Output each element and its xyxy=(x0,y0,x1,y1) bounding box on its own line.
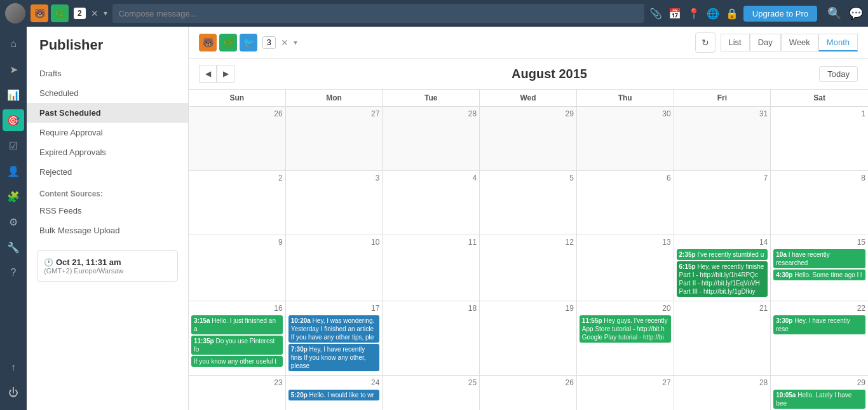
calendar-event[interactable]: 3:15a Hello. I just finished an a xyxy=(191,315,283,334)
sidebar-item-logout[interactable]: ⏻ xyxy=(3,382,24,404)
calendar-cell[interactable]: 163:15a Hello. I just finished an a11:35… xyxy=(189,301,286,375)
calendar-cell[interactable]: 19 xyxy=(480,301,577,375)
calendar-cell[interactable]: 28 xyxy=(674,376,771,410)
calendar-cell[interactable]: 3 xyxy=(286,171,383,235)
sidebar-item-drafts[interactable]: Drafts xyxy=(27,64,188,83)
view-list-button[interactable]: List xyxy=(721,34,750,51)
next-month-button[interactable]: ▶ xyxy=(217,65,234,83)
calendar-cell[interactable]: 12 xyxy=(480,235,577,301)
sidebar-item-upload[interactable]: ↑ xyxy=(3,357,24,378)
account-icon-2[interactable]: 🌿 xyxy=(51,4,69,22)
sidebar-item-contacts[interactable]: 👤 xyxy=(3,160,24,182)
calendar-cell[interactable]: 7 xyxy=(674,171,771,235)
calendar-cell[interactable]: 5 xyxy=(480,171,577,235)
sidebar-item-scheduled[interactable]: Scheduled xyxy=(27,83,188,103)
calendar-event[interactable]: 7:30p Hey, I have recently finis If you … xyxy=(288,344,380,371)
sidebar-item-home[interactable]: ⌂ xyxy=(3,33,24,55)
calendar-cell[interactable]: 27 xyxy=(577,376,674,410)
calendar-cell[interactable]: 23 xyxy=(189,376,286,410)
pub-chevron-icon[interactable]: ▾ xyxy=(294,38,297,47)
sidebar-item-integrations[interactable]: 🧩 xyxy=(3,186,24,207)
pub-icon-3[interactable]: 🐦 xyxy=(240,34,257,51)
calendar-cell[interactable]: 31 xyxy=(674,107,771,170)
sidebar-item-publisher[interactable]: 🎯 xyxy=(3,109,24,131)
accounts-chevron-icon[interactable]: ▾ xyxy=(104,9,107,18)
refresh-button[interactable]: ↻ xyxy=(695,32,715,53)
sidebar-title: Publisher xyxy=(27,37,188,64)
calendar-cell[interactable]: 245:20p Hello. I would like to wr xyxy=(286,376,383,410)
sidebar-item-rss[interactable]: RSS Feeds xyxy=(27,201,188,221)
calendar-event[interactable]: 11:55p Hey guys. I've recently App Store… xyxy=(580,315,671,343)
calendar-cell[interactable]: 18 xyxy=(383,301,480,375)
today-button[interactable]: Today xyxy=(819,66,858,82)
calendar-cell[interactable]: 8 xyxy=(771,171,868,235)
sidebar-item-send[interactable]: ➤ xyxy=(3,58,24,80)
calendar-cell[interactable]: 2910:05a Hello. Lately I have bee xyxy=(771,376,868,410)
calendar-cell[interactable]: 2 xyxy=(189,171,286,235)
calendar-cell[interactable]: 2011:55p Hey guys. I've recently App Sto… xyxy=(577,301,674,375)
close-accounts-button[interactable]: ✕ xyxy=(91,8,98,18)
view-month-button[interactable]: Month xyxy=(818,34,858,51)
calendar-event[interactable]: 4:30p Hello. Some time ago I l xyxy=(773,270,865,280)
calendar-cell[interactable]: 9 xyxy=(189,235,286,301)
clock-icon: 🕐 xyxy=(44,258,53,267)
calendar-event[interactable]: 11:35p Do you use Pinterest fo xyxy=(191,336,283,355)
pub-close-icon[interactable]: ✕ xyxy=(281,38,288,48)
calendar-cell[interactable]: 1710:20a Hey, I was wondering. Yesterday… xyxy=(286,301,383,375)
messages-icon[interactable]: 💬 xyxy=(849,6,863,20)
cell-date: 23 xyxy=(191,378,283,387)
calendar-cell[interactable]: 4 xyxy=(383,171,480,235)
sidebar-item-settings[interactable]: ⚙ xyxy=(3,211,24,233)
calendar-event[interactable]: 3:30p Hey, I have recently rese xyxy=(773,315,865,334)
calendar-cell[interactable]: 26 xyxy=(480,376,577,410)
pub-icon-1[interactable]: 🐻 xyxy=(199,34,217,51)
view-day-button[interactable]: Day xyxy=(750,34,781,51)
calendar-icon[interactable]: 📅 xyxy=(668,8,681,20)
view-week-button[interactable]: Week xyxy=(781,34,818,51)
calendar-cell[interactable]: 10 xyxy=(286,235,383,301)
sidebar-item-analytics[interactable]: 📊 xyxy=(3,84,24,106)
calendar-event[interactable]: 2:35p I've recently stumbled u xyxy=(677,249,768,260)
sidebar-item-bulk-upload[interactable]: Bulk Message Upload xyxy=(27,221,188,240)
calendar-event[interactable]: If you know any other useful t xyxy=(191,356,283,367)
paperclip-icon[interactable]: 📎 xyxy=(649,8,662,20)
search-icon[interactable]: 🔍 xyxy=(827,6,841,20)
account-icon-1[interactable]: 🐻 xyxy=(31,4,48,22)
calendar-cell[interactable]: 26 xyxy=(189,107,286,170)
sidebar-item-rejected[interactable]: Rejected xyxy=(27,162,188,182)
calendar-cell[interactable]: 6 xyxy=(577,171,674,235)
calendar-cell[interactable]: 1510a I have recently researched4:30p He… xyxy=(771,235,868,301)
calendar-cell[interactable]: 13 xyxy=(577,235,674,301)
sidebar-item-tools[interactable]: 🔧 xyxy=(3,236,24,258)
calendar-cell[interactable]: 29 xyxy=(480,107,577,170)
calendar-cell[interactable]: 223:30p Hey, I have recently rese xyxy=(771,301,868,375)
calendar-event[interactable]: 6:15p Hey, we recently finishe Part I - … xyxy=(677,261,768,297)
calendar-cell[interactable]: 25 xyxy=(383,376,480,410)
calendar-cell[interactable]: 142:35p I've recently stumbled u6:15p He… xyxy=(674,235,771,301)
upgrade-button[interactable]: Upgrade to Pro xyxy=(743,6,817,22)
calendar-cell[interactable]: 30 xyxy=(577,107,674,170)
globe-icon[interactable]: 🌐 xyxy=(707,8,719,20)
cell-date: 17 xyxy=(288,304,380,313)
sidebar-item-past-scheduled[interactable]: Past Scheduled xyxy=(27,103,188,123)
lock-icon[interactable]: 🔒 xyxy=(726,8,738,20)
calendar-cell[interactable]: 28 xyxy=(383,107,480,170)
sidebar-item-help[interactable]: ? xyxy=(3,262,24,284)
location-icon[interactable]: 📍 xyxy=(688,8,700,20)
calendar-cell[interactable]: 1 xyxy=(771,107,868,170)
sidebar-item-tasks[interactable]: ☑ xyxy=(3,135,24,156)
calendar-cell[interactable]: 21 xyxy=(674,301,771,375)
calendar-event[interactable]: 10a I have recently researched xyxy=(773,249,865,268)
avatar[interactable] xyxy=(5,3,25,24)
pub-icon-2[interactable]: 🌿 xyxy=(219,34,237,51)
calendar-cell[interactable]: 11 xyxy=(383,235,480,301)
calendar-event[interactable]: 10:20a Hey, I was wondering. Yesterday I… xyxy=(288,315,380,343)
sidebar-item-require-approval[interactable]: Require Approval xyxy=(27,123,188,142)
sidebar-item-expired-approvals[interactable]: Expired Approvals xyxy=(27,142,188,162)
prev-month-button[interactable]: ◀ xyxy=(199,65,217,83)
compose-input[interactable] xyxy=(112,4,644,23)
calendar-cell[interactable]: 27 xyxy=(286,107,383,170)
calendar-event[interactable]: 10:05a Hello. Lately I have bee xyxy=(773,390,865,409)
cell-date: 5 xyxy=(482,174,574,182)
calendar-event[interactable]: 5:20p Hello. I would like to wr xyxy=(288,390,380,400)
